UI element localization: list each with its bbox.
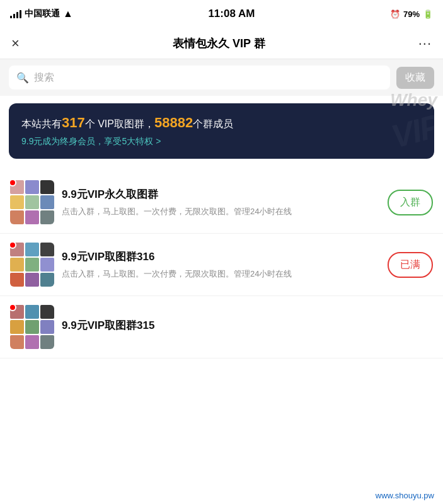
red-dot-2 <box>9 241 16 249</box>
status-time: 11:08 AM <box>208 8 255 20</box>
status-bar: 中国联通 ▲ 11:08 AM ⏰ 79% 🔋 <box>0 0 443 28</box>
group-avatar-3 <box>10 305 54 349</box>
avatar-cell <box>25 305 39 319</box>
avatar-cell <box>10 195 24 209</box>
avatar-cell <box>10 273 24 287</box>
group-info-2: 9.9元VIP取图群316 点击入群，马上取图。一次付费，无限次取图。管理24小… <box>62 249 380 280</box>
signal-bar-2 <box>13 14 15 18</box>
group-avatar-1 <box>10 180 54 224</box>
group-name-3: 9.9元VIP取图群315 <box>62 318 425 333</box>
banner-members: 58882 <box>154 115 193 130</box>
avatar-cell <box>25 273 39 287</box>
search-area: 🔍 搜索 收藏 <box>0 59 443 96</box>
red-dot-3 <box>9 304 16 311</box>
banner-prefix: 本站共有 <box>21 118 62 129</box>
join-button-1[interactable]: 入群 <box>388 190 433 215</box>
collect-button[interactable]: 收藏 <box>396 67 434 89</box>
group-action-2[interactable]: 已满 <box>388 252 433 278</box>
group-list: 9.9元VIP永久取图群 点击入群，马上取图。一次付费，无限次取图。管理24小时… <box>0 166 443 364</box>
nav-bar: × 表情包永久 VIP 群 ··· <box>0 28 443 59</box>
avatar-cell <box>10 335 24 349</box>
close-button[interactable]: × <box>11 35 20 52</box>
carrier-label: 中国联通 <box>25 8 60 20</box>
avatar-cell <box>25 335 39 349</box>
search-icon: 🔍 <box>16 72 29 84</box>
group-info-3: 9.9元VIP取图群315 <box>62 318 425 336</box>
avatar-cell <box>40 180 54 194</box>
wifi-icon: ▲ <box>63 8 73 20</box>
avatar-cell <box>40 243 54 256</box>
group-info-1: 9.9元VIP永久取图群 点击入群，马上取图。一次付费，无限次取图。管理24小时… <box>62 187 380 218</box>
search-placeholder: 搜索 <box>34 71 54 84</box>
avatar-cell <box>10 320 24 334</box>
banner-count: 317 <box>62 115 85 130</box>
banner-stats: 本站共有317个 VIP取图群，58882个群成员 <box>21 115 422 131</box>
avatar-cell <box>25 320 39 334</box>
avatar-cell <box>40 210 54 224</box>
banner-suffix: 个群成员 <box>193 118 233 129</box>
full-button-2[interactable]: 已满 <box>388 252 433 278</box>
group-desc-2: 点击入群，马上取图。一次付费，无限次取图。管理24小时在线 <box>62 268 380 280</box>
group-item-3: 9.9元VIP取图群315 <box>0 296 443 358</box>
group-avatar-2 <box>10 243 54 287</box>
battery-percent: 79% <box>403 9 420 19</box>
status-left: 中国联通 ▲ <box>10 8 73 20</box>
group-item-1: 9.9元VIP永久取图群 点击入群，马上取图。一次付费，无限次取图。管理24小时… <box>0 171 443 234</box>
signal-bar-4 <box>20 10 21 18</box>
avatar-cell <box>25 210 39 224</box>
avatar-cell <box>10 210 24 224</box>
signal-bars <box>10 9 21 18</box>
signal-bar-1 <box>10 16 12 18</box>
avatar-cell <box>40 258 54 272</box>
site-watermark: www.shouyu.pw <box>376 491 434 500</box>
page-title: 表情包永久 VIP 群 <box>173 36 265 51</box>
avatar-cell <box>25 243 39 256</box>
signal-bar-3 <box>16 12 18 18</box>
avatar-cell <box>25 180 39 194</box>
avatar-cell <box>40 335 54 349</box>
alarm-icon: ⏰ <box>390 9 400 19</box>
avatar-cell <box>25 258 39 272</box>
banner-watermark: VIP <box>388 106 434 156</box>
banner-mid: 个 VIP取图群， <box>85 118 154 129</box>
red-dot-1 <box>9 179 16 186</box>
avatar-cell <box>10 258 24 272</box>
avatar-cell <box>40 320 54 334</box>
avatar-cell <box>40 273 54 287</box>
group-item-2: 9.9元VIP取图群316 点击入群，马上取图。一次付费，无限次取图。管理24小… <box>0 234 443 296</box>
banner: VIP 本站共有317个 VIP取图群，58882个群成员 9.9元成为终身会员… <box>9 103 434 159</box>
more-button[interactable]: ··· <box>418 35 432 52</box>
group-action-1[interactable]: 入群 <box>388 190 433 215</box>
avatar-cell <box>40 305 54 319</box>
group-desc-1: 点击入群，马上取图。一次付费，无限次取图。管理24小时在线 <box>62 205 380 218</box>
avatar-cell <box>40 195 54 209</box>
group-name-1: 9.9元VIP永久取图群 <box>62 187 380 202</box>
banner-promo[interactable]: 9.9元成为终身会员，享受5大特权 > <box>21 136 422 147</box>
status-right: ⏰ 79% 🔋 <box>390 9 433 19</box>
avatar-cell <box>25 195 39 209</box>
search-box[interactable]: 🔍 搜索 <box>9 66 390 89</box>
group-name-2: 9.9元VIP取图群316 <box>62 249 380 264</box>
battery-icon: 🔋 <box>423 9 433 19</box>
